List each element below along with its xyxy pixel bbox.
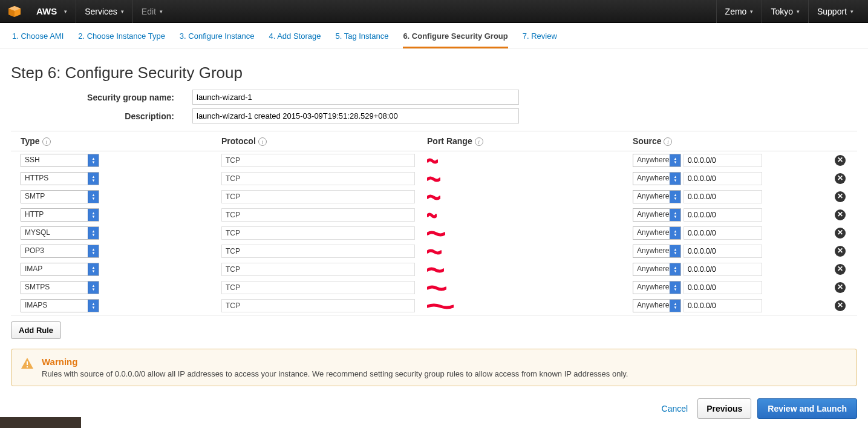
rules-table: Typei Protocoli Port Rangei Sourcei SSH▲…: [11, 131, 857, 315]
remove-rule-button[interactable]: ✕: [835, 228, 846, 239]
support-menu[interactable]: Support ▾: [808, 0, 862, 23]
source-ip-input[interactable]: [684, 299, 762, 312]
edit-label: Edit: [142, 7, 156, 16]
protocol-input[interactable]: [221, 208, 415, 222]
support-label: Support: [817, 7, 847, 16]
type-select[interactable]: POP3▲▼: [21, 245, 99, 258]
type-select[interactable]: SMTPS▲▼: [21, 281, 99, 294]
remove-rule-button[interactable]: ✕: [835, 282, 846, 293]
remove-rule-button[interactable]: ✕: [835, 155, 846, 166]
protocol-input[interactable]: [221, 299, 415, 312]
info-icon[interactable]: i: [42, 137, 51, 146]
page-title: Step 6: Configure Security Group: [11, 64, 857, 82]
port-redacted: [427, 212, 437, 219]
source-select[interactable]: Anywhere▲▼: [633, 263, 681, 276]
remove-rule-button[interactable]: ✕: [835, 209, 846, 220]
chevron-down-icon: ▾: [160, 8, 163, 15]
chevron-down-icon: ▾: [64, 8, 67, 15]
services-menu[interactable]: Services ▾: [76, 0, 132, 23]
source-select[interactable]: Anywhere▲▼: [633, 172, 681, 185]
wizard-step-1[interactable]: 1. Choose AMI: [12, 31, 64, 48]
source-ip-input[interactable]: [684, 226, 762, 240]
source-select[interactable]: Anywhere▲▼: [633, 281, 681, 294]
sg-name-input[interactable]: [192, 90, 519, 105]
select-arrows-icon: ▲▼: [88, 281, 99, 294]
warning-text: Rules with source of 0.0.0.0/0 allow all…: [42, 369, 628, 378]
select-arrows-icon: ▲▼: [88, 154, 99, 166]
protocol-input[interactable]: [221, 154, 415, 167]
protocol-input[interactable]: [221, 172, 415, 185]
info-icon[interactable]: i: [664, 137, 672, 146]
remove-rule-button[interactable]: ✕: [835, 300, 846, 311]
type-select[interactable]: MYSQL▲▼: [21, 226, 99, 240]
type-select[interactable]: IMAPS▲▼: [21, 299, 99, 312]
protocol-input[interactable]: [221, 190, 415, 203]
remove-rule-button[interactable]: ✕: [835, 264, 846, 275]
rule-row: POP3▲▼Anywhere▲▼✕: [11, 242, 857, 260]
source-select[interactable]: Anywhere▲▼: [633, 299, 681, 312]
aws-logo-icon: [6, 5, 23, 18]
select-arrows-icon: ▲▼: [670, 281, 680, 294]
sg-name-label: Security group name:: [11, 93, 192, 102]
add-rule-button[interactable]: Add Rule: [11, 321, 61, 339]
svg-rect-3: [27, 361, 28, 365]
wizard-step-7[interactable]: 7. Review: [523, 31, 557, 48]
type-select[interactable]: HTTP▲▼: [21, 208, 99, 222]
aws-label: AWS: [36, 6, 57, 16]
protocol-input[interactable]: [221, 226, 415, 240]
review-launch-button[interactable]: Review and Launch: [757, 398, 857, 419]
account-menu[interactable]: Zemo ▾: [716, 0, 762, 23]
wizard-step-2[interactable]: 2. Choose Instance Type: [78, 31, 165, 48]
rule-row: MYSQL▲▼Anywhere▲▼✕: [11, 224, 857, 242]
type-select[interactable]: IMAP▲▼: [21, 263, 99, 276]
source-ip-input[interactable]: [684, 281, 762, 294]
port-redacted: [427, 194, 440, 200]
select-arrows-icon: ▲▼: [88, 300, 99, 312]
protocol-input[interactable]: [221, 263, 415, 276]
source-select[interactable]: Anywhere▲▼: [633, 226, 681, 240]
sg-desc-input[interactable]: [192, 108, 519, 123]
previous-button[interactable]: Previous: [697, 398, 751, 419]
edit-menu[interactable]: Edit ▾: [132, 0, 171, 23]
wizard-step-3[interactable]: 3. Configure Instance: [180, 31, 255, 48]
type-select[interactable]: SSH▲▼: [21, 154, 99, 167]
port-redacted: [427, 249, 442, 255]
source-ip-input[interactable]: [684, 208, 762, 222]
source-ip-input[interactable]: [684, 172, 762, 185]
port-redacted: [427, 231, 445, 237]
wizard-step-4[interactable]: 4. Add Storage: [269, 31, 321, 48]
region-menu[interactable]: Tokyo ▾: [762, 0, 808, 23]
info-icon[interactable]: i: [475, 137, 483, 146]
select-arrows-icon: ▲▼: [670, 263, 680, 275]
select-arrows-icon: ▲▼: [88, 209, 99, 221]
select-arrows-icon: ▲▼: [88, 263, 99, 275]
source-ip-input[interactable]: [684, 190, 762, 203]
source-select[interactable]: Anywhere▲▼: [633, 154, 681, 167]
source-ip-input[interactable]: [684, 154, 762, 167]
protocol-input[interactable]: [221, 245, 415, 258]
wizard-step-5[interactable]: 5. Tag Instance: [335, 31, 388, 48]
user-label: Zemo: [725, 7, 747, 16]
protocol-input[interactable]: [221, 281, 415, 294]
col-source-label: Source: [633, 136, 661, 146]
port-redacted: [427, 176, 440, 182]
remove-rule-button[interactable]: ✕: [835, 191, 846, 202]
remove-rule-button[interactable]: ✕: [835, 246, 846, 257]
source-ip-input[interactable]: [684, 263, 762, 276]
type-select[interactable]: HTTPS▲▼: [21, 172, 99, 185]
remove-rule-button[interactable]: ✕: [835, 173, 846, 184]
aws-menu[interactable]: AWS ▾: [28, 0, 76, 23]
wizard-step-6[interactable]: 6. Configure Security Group: [403, 31, 507, 48]
col-protocol-label: Protocol: [221, 136, 256, 146]
select-arrows-icon: ▲▼: [670, 173, 680, 185]
select-arrows-icon: ▲▼: [88, 227, 99, 239]
source-ip-input[interactable]: [684, 245, 762, 258]
svg-rect-4: [27, 366, 28, 367]
cancel-button[interactable]: Cancel: [658, 404, 692, 413]
type-select[interactable]: SMTP▲▼: [21, 190, 99, 203]
source-select[interactable]: Anywhere▲▼: [633, 208, 681, 222]
sg-desc-label: Description:: [11, 111, 192, 121]
source-select[interactable]: Anywhere▲▼: [633, 245, 681, 258]
source-select[interactable]: Anywhere▲▼: [633, 190, 681, 203]
info-icon[interactable]: i: [258, 137, 267, 146]
